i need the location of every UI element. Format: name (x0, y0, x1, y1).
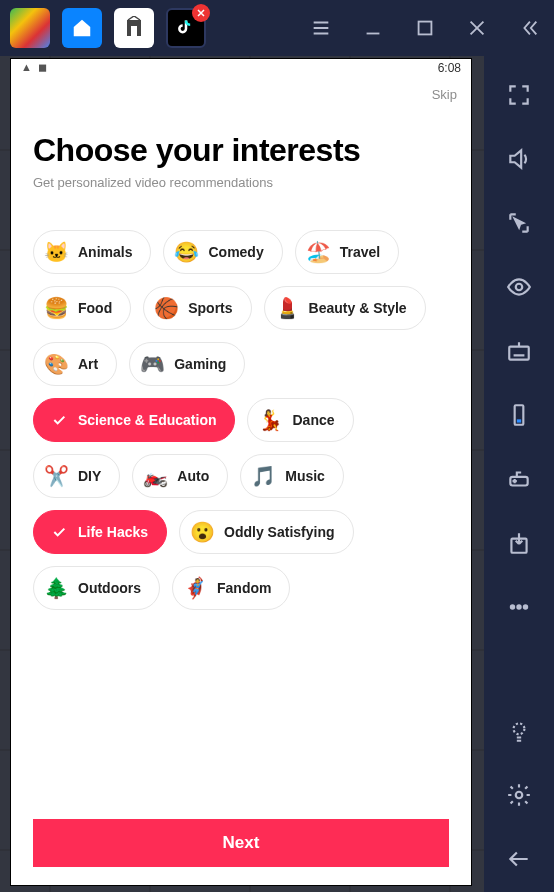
svg-rect-0 (419, 22, 432, 35)
interest-chip[interactable]: 🏀Sports (143, 286, 251, 330)
interest-chip[interactable]: 🦸Fandom (172, 566, 290, 610)
interest-chip-list: 🐱Animals😂Comedy🏖️Travel🍔Food🏀Sports💄Beau… (33, 230, 449, 610)
interest-emoji: 🏍️ (143, 464, 167, 488)
interest-label: Comedy (208, 244, 263, 260)
interest-emoji: 💄 (275, 296, 299, 320)
interest-chip[interactable]: 🎨Art (33, 342, 117, 386)
svg-point-7 (511, 605, 514, 608)
interest-chip[interactable]: 😮Oddly Satisfying (179, 510, 353, 554)
svg-point-10 (514, 723, 525, 734)
fullscreen-icon[interactable] (506, 82, 532, 108)
tiktok-app-icon[interactable] (166, 8, 206, 48)
play-store-icon[interactable] (114, 8, 154, 48)
skip-button[interactable]: Skip (432, 87, 457, 102)
interest-label: Oddly Satisfying (224, 524, 334, 540)
volume-icon[interactable] (506, 146, 532, 172)
interest-chip[interactable]: 🎵Music (240, 454, 344, 498)
svg-point-11 (516, 792, 523, 799)
interest-chip[interactable]: ✂️DIY (33, 454, 120, 498)
interest-emoji: 🏖️ (306, 240, 330, 264)
svg-point-8 (517, 605, 520, 608)
status-time: 6:08 (438, 61, 461, 81)
close-tab-badge[interactable] (192, 4, 210, 22)
interest-emoji: 🎵 (251, 464, 275, 488)
interest-emoji: ✂️ (44, 464, 68, 488)
next-button[interactable]: Next (33, 819, 449, 867)
interest-chip[interactable]: 🍔Food (33, 286, 131, 330)
status-bar: ▲ ◼ 6:08 (11, 59, 471, 81)
check-icon (50, 411, 68, 429)
interest-label: Dance (292, 412, 334, 428)
interest-label: Outdoors (78, 580, 141, 596)
interest-emoji: 🍔 (44, 296, 68, 320)
page-title: Choose your interests (33, 132, 449, 169)
interest-label: DIY (78, 468, 101, 484)
keyboard-icon[interactable] (506, 338, 532, 364)
interest-emoji: 🦸 (183, 576, 207, 600)
interest-label: Science & Education (78, 412, 216, 428)
interest-label: Music (285, 468, 325, 484)
interest-label: Travel (340, 244, 380, 260)
interest-emoji: 🎨 (44, 352, 68, 376)
interest-chip[interactable]: 💡Life Hacks (33, 510, 167, 554)
interest-chip[interactable]: 🏖️Travel (295, 230, 399, 274)
interest-chip[interactable]: 💃Dance (247, 398, 353, 442)
status-icons-left: ▲ ◼ (21, 61, 47, 81)
interest-emoji: 💃 (258, 408, 282, 432)
interest-label: Beauty & Style (309, 300, 407, 316)
minimize-icon[interactable] (362, 17, 384, 39)
warning-icon: ▲ (21, 61, 32, 81)
emulator-sidebar (484, 56, 554, 892)
interest-label: Gaming (174, 356, 226, 372)
page-subtitle: Get personalized video recommendations (33, 175, 449, 190)
gamepad-icon[interactable] (506, 466, 532, 492)
cursor-lock-icon[interactable] (506, 210, 532, 236)
svg-point-1 (516, 284, 523, 291)
interest-label: Auto (177, 468, 209, 484)
interest-chip[interactable]: 🏍️Auto (132, 454, 228, 498)
interest-emoji: 🌲 (44, 576, 68, 600)
interest-label: Life Hacks (78, 524, 148, 540)
interest-label: Art (78, 356, 98, 372)
close-window-icon[interactable] (466, 17, 488, 39)
interest-emoji: 🐱 (44, 240, 68, 264)
interest-chip[interactable]: 🔬Science & Education (33, 398, 235, 442)
interest-chip[interactable]: 💄Beauty & Style (264, 286, 426, 330)
interest-emoji: 😂 (174, 240, 198, 264)
main-content: Choose your interests Get personalized v… (11, 102, 471, 819)
window-controls (310, 0, 540, 56)
interest-label: Food (78, 300, 112, 316)
menu-icon[interactable] (310, 17, 332, 39)
interest-label: Fandom (217, 580, 271, 596)
phone-icon[interactable] (506, 402, 532, 428)
settings-icon[interactable] (506, 782, 532, 808)
install-apk-icon[interactable] (506, 530, 532, 556)
svg-rect-2 (509, 347, 529, 360)
interest-emoji: 😮 (190, 520, 214, 544)
interest-label: Sports (188, 300, 232, 316)
check-icon (50, 523, 68, 541)
interest-chip[interactable]: 🐱Animals (33, 230, 151, 274)
eye-icon[interactable] (506, 274, 532, 300)
app-screen: ▲ ◼ 6:08 Skip Choose your interests Get … (10, 58, 472, 886)
interest-emoji: 🎮 (140, 352, 164, 376)
interest-label: Animals (78, 244, 132, 260)
emulator-titlebar (0, 0, 554, 56)
interest-chip[interactable]: 😂Comedy (163, 230, 282, 274)
interest-emoji: 🏀 (154, 296, 178, 320)
home-app-icon[interactable] (62, 8, 102, 48)
app-switcher (10, 8, 206, 48)
back-icon[interactable] (506, 846, 532, 872)
interest-chip[interactable]: 🌲Outdoors (33, 566, 160, 610)
svg-point-9 (524, 605, 527, 608)
bluestacks-icon[interactable] (10, 8, 50, 48)
interest-chip[interactable]: 🎮Gaming (129, 342, 245, 386)
svg-rect-4 (517, 419, 521, 422)
bulb-icon[interactable] (506, 718, 532, 744)
maximize-icon[interactable] (414, 17, 436, 39)
collapse-sidebar-icon[interactable] (518, 17, 540, 39)
more-icon[interactable] (506, 594, 532, 620)
square-icon: ◼ (38, 61, 47, 81)
